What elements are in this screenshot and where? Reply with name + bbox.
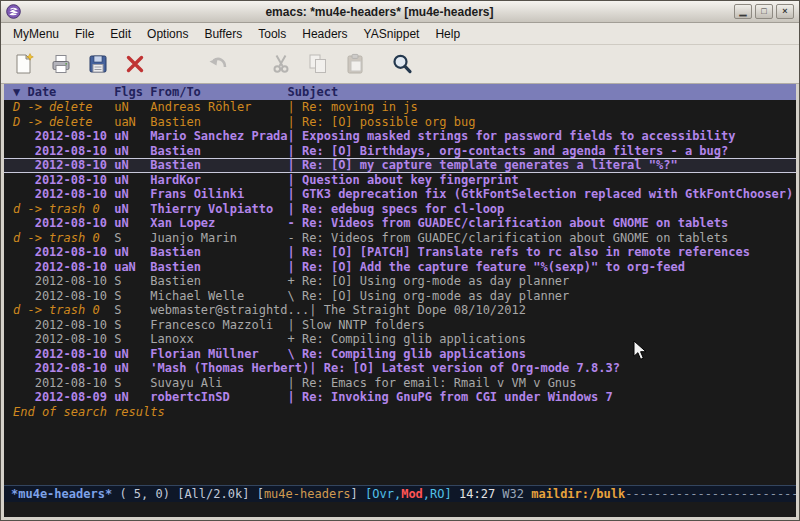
message-date: D -> delete [13, 100, 114, 114]
message-row[interactable]: 2012-08-10 uN Mario Sanchez Prada| Expos… [4, 129, 796, 144]
message-row[interactable]: 2012-08-10 uaN Bastien | Re: [O] Add the… [4, 260, 796, 275]
message-flags: S [114, 231, 150, 245]
message-flags: uaN [114, 260, 150, 274]
message-row[interactable]: d -> trash 0 uN Thierry Volpiatto | Re: … [4, 202, 796, 217]
message-from: robertcInSD [150, 390, 287, 404]
message-date: 2012-08-10 [13, 245, 114, 259]
message-row[interactable]: 2012-08-10 uN Bastien | Re: [O] my captu… [4, 158, 796, 173]
menu-item-options[interactable]: Options [139, 24, 196, 44]
message-subject: | Question about key fingerprint [288, 173, 519, 187]
message-row[interactable]: D -> delete uaN Bastien | Re: [O] possib… [4, 115, 796, 130]
paste-icon[interactable] [340, 49, 370, 79]
menu-item-help[interactable]: Help [427, 24, 468, 44]
message-from: HardKor [150, 173, 287, 187]
maximize-icon[interactable]: □ [755, 4, 773, 19]
modeline-segment: ] [351, 487, 365, 501]
message-row[interactable]: d -> trash 0 S Juanjo Marin - Re: Videos… [4, 231, 796, 246]
message-from: Francesco Mazzoli [150, 318, 287, 332]
message-row[interactable]: 2012-08-10 uN Bastien | Re: [O] [PATCH] … [4, 245, 796, 260]
message-from: 'Mash (Thomas Herbert) [150, 361, 309, 375]
message-row[interactable]: 2012-08-10 uN Florian Müllner \ Re: Comp… [4, 347, 796, 362]
message-from: Andreas Röhler [150, 100, 287, 114]
message-from: Lanoxx [150, 332, 287, 346]
message-row[interactable]: 2012-08-10 uN Frans Oilinki | GTK3 depre… [4, 187, 796, 202]
title-bar[interactable]: emacs: *mu4e-headers* [mu4e-headers] ▁□× [1, 1, 799, 23]
message-flags: uN [114, 129, 150, 143]
menu-item-yasnippet[interactable]: YASnippet [356, 24, 428, 44]
message-date: d -> trash 0 [13, 202, 114, 216]
message-subject: | Re: Emacs for email: Rmail v VM v Gnus [288, 376, 577, 390]
message-subject: - Re: Videos from GUADEC/clarification a… [288, 231, 729, 245]
modeline-segment: *mu4e-headers* [11, 487, 119, 501]
message-flags: uN [114, 245, 150, 259]
menu-item-edit[interactable]: Edit [102, 24, 139, 44]
message-row[interactable]: 2012-08-10 S Suvayu Ali | Re: Emacs for … [4, 376, 796, 391]
message-subject: + Re: [O] Using org-mode as day planner [288, 274, 570, 288]
message-row[interactable]: 2012-08-09 uN robertcInSD | Re: Invoking… [4, 390, 796, 405]
message-row[interactable]: D -> delete uN Andreas Röhler | Re: movi… [4, 100, 796, 115]
message-subject: | Re: moving in js [288, 100, 418, 114]
message-flags: uN [114, 361, 150, 375]
message-row[interactable]: 2012-08-10 uN Bastien | Re: [O] Birthday… [4, 144, 796, 159]
message-date: 2012-08-10 [13, 216, 114, 230]
message-date: 2012-08-10 [13, 144, 114, 158]
menu-item-headers[interactable]: Headers [294, 24, 355, 44]
copy-icon[interactable] [303, 49, 333, 79]
message-date: 2012-08-10 [13, 332, 114, 346]
message-row[interactable]: 2012-08-10 uN Xan Lopez - Re: Videos fro… [4, 216, 796, 231]
message-date: 2012-08-10 [13, 260, 114, 274]
message-from: Frans Oilinki [150, 187, 287, 201]
message-from: Florian Müllner [150, 347, 287, 361]
cut-icon[interactable] [266, 49, 296, 79]
message-from: Xan Lopez [150, 216, 287, 230]
message-subject: | Re: [O] possible org bug [288, 115, 476, 129]
print-icon[interactable] [46, 49, 76, 79]
menu-item-file[interactable]: File [67, 24, 102, 44]
echo-area[interactable] [4, 502, 796, 517]
message-row[interactable]: 2012-08-10 uN HardKor | Question about k… [4, 173, 796, 188]
app-icon [6, 4, 21, 19]
message-date: d -> trash 0 [13, 303, 114, 317]
message-from: Bastien [150, 144, 287, 158]
close-icon[interactable]: × [776, 4, 794, 19]
search-icon[interactable] [387, 49, 417, 79]
message-from: Bastien [150, 245, 287, 259]
save-icon[interactable] [83, 49, 113, 79]
message-row[interactable]: 2012-08-10 S Francesco Mazzoli | Slow NN… [4, 318, 796, 333]
menu-bar: MyMenuFileEditOptionsBuffersToolsHeaders… [1, 23, 799, 45]
message-row[interactable]: 2012-08-10 S Michael Welle \ Re: [O] Usi… [4, 289, 796, 304]
message-subject: | Re: [O] my capture template generates … [288, 158, 678, 172]
emacs-window: emacs: *mu4e-headers* [mu4e-headers] ▁□×… [0, 0, 800, 521]
message-from: Thierry Volpiatto [150, 202, 287, 216]
message-date: 2012-08-10 [13, 318, 114, 332]
menu-item-tools[interactable]: Tools [250, 24, 294, 44]
message-row[interactable]: 2012-08-10 uN 'Mash (Thomas Herbert)| Re… [4, 361, 796, 376]
message-subject: | Re: [O] Latest version of Org-mode 7.8… [309, 361, 620, 375]
message-list: D -> delete uN Andreas Röhler | Re: movi… [4, 100, 796, 405]
message-subject: \ Re: [O] Using org-mode as day planner [288, 289, 570, 303]
message-subject: - Re: Videos from GUADEC/clarification a… [288, 216, 729, 230]
message-date: 2012-08-10 [13, 289, 114, 303]
message-date: 2012-08-10 [13, 274, 114, 288]
menu-item-buffers[interactable]: Buffers [196, 24, 250, 44]
headers-column-header[interactable]: ▼ Date Flgs From/To Subject [4, 84, 796, 100]
message-date: D -> delete [13, 115, 114, 129]
message-date: 2012-08-10 [13, 347, 114, 361]
end-of-search-text: End of search results [4, 405, 796, 420]
message-row[interactable]: 2012-08-10 S Lanoxx + Re: Compiling glib… [4, 332, 796, 347]
message-date: 2012-08-10 [13, 376, 114, 390]
message-from: webmaster@straightd... [150, 303, 309, 317]
menu-item-mymenu[interactable]: MyMenu [5, 24, 67, 44]
message-flags: uN [114, 144, 150, 158]
modeline-segment: Mod [401, 487, 423, 501]
message-flags: uN [114, 347, 150, 361]
close-buffer-icon[interactable] [120, 49, 150, 79]
message-date: 2012-08-09 [13, 390, 114, 404]
message-row[interactable]: 2012-08-10 S Bastien + Re: [O] Using org… [4, 274, 796, 289]
message-flags: uN [114, 158, 150, 172]
message-row[interactable]: d -> trash 0 S webmaster@straightd...| T… [4, 303, 796, 318]
minimize-icon[interactable]: ▁ [734, 4, 752, 19]
new-file-icon[interactable] [9, 49, 39, 79]
message-from: Juanjo Marin [150, 231, 287, 245]
undo-icon[interactable] [203, 49, 233, 79]
